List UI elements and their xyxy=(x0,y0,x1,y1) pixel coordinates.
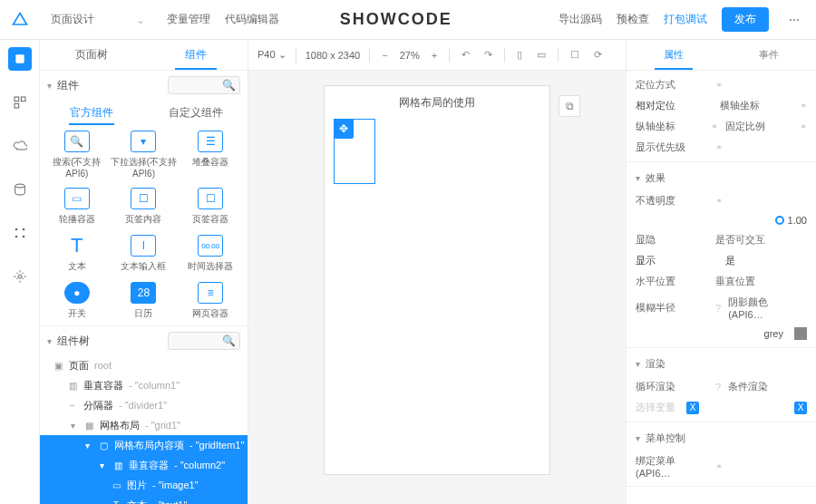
zoom-in-icon[interactable]: + xyxy=(429,50,440,61)
precheck-link[interactable]: 预检查 xyxy=(617,12,649,27)
redo-icon[interactable]: ↷ xyxy=(481,49,495,61)
undo-icon[interactable]: ↶ xyxy=(459,49,472,61)
canvas-area[interactable]: 网格布局的使用 ✥ ⧉ xyxy=(248,71,626,504)
comp-web[interactable]: ≡网页容器 xyxy=(177,282,244,320)
svg-rect-1 xyxy=(15,97,19,102)
rail-layers-icon[interactable] xyxy=(8,47,32,71)
comp-search[interactable]: 🔍搜索(不支持API6) xyxy=(44,131,111,179)
comp-switch[interactable]: ●开关 xyxy=(44,282,111,320)
rail-settings-icon[interactable] xyxy=(8,265,32,288)
pos-mode-val[interactable]: 相对定位 xyxy=(636,99,713,112)
variable-mgmt-link[interactable]: 变量管理 xyxy=(167,12,210,27)
move-handle-icon[interactable]: ✥ xyxy=(334,119,354,139)
caret-down-icon[interactable]: ▾ xyxy=(636,173,640,183)
subtab-custom[interactable]: 自定义组件 xyxy=(144,100,248,125)
link-icon[interactable]: ⚭ xyxy=(800,101,807,111)
caret-icon: ▾ xyxy=(96,460,107,470)
comp-select[interactable]: ▾下拉选择(不支持API6) xyxy=(111,131,178,179)
x-coord-lbl: 横轴坐标 xyxy=(720,99,792,112)
text-icon: T xyxy=(111,500,121,505)
layout-icon[interactable]: ☐ xyxy=(568,49,582,61)
svg-point-9 xyxy=(18,275,22,278)
comp-tabs[interactable]: ☐页签容器 xyxy=(177,188,244,226)
group-menu: ▾菜单控制 绑定菜单(API6…⚭ xyxy=(627,422,816,487)
tree-row[interactable]: T文本- "text1" xyxy=(40,495,248,504)
interact-val[interactable]: 是 xyxy=(725,254,808,267)
link-icon[interactable]: ⚭ xyxy=(711,121,718,131)
caret-down-icon[interactable]: ▾ xyxy=(47,81,52,91)
help-icon[interactable]: ? xyxy=(715,382,721,393)
comp-carousel[interactable]: ▭轮播容器 xyxy=(44,188,111,226)
comp-textinput[interactable]: I文本输入框 xyxy=(111,235,178,273)
subtab-official[interactable]: 官方组件 xyxy=(40,100,144,125)
refresh-icon[interactable]: ⟳ xyxy=(591,49,605,61)
component-subtabs: 官方组件 自定义组件 xyxy=(40,100,248,125)
tree-search[interactable]: 🔍 xyxy=(168,332,240,350)
tree-row[interactable]: ▾▢网格布局内容项- "gridItem1" xyxy=(40,435,248,455)
search-icon: 🔍 xyxy=(222,79,236,92)
loop-placeholder[interactable]: 选择变量 xyxy=(636,401,675,414)
tree-row[interactable]: ▾▥垂直容器- "column2" xyxy=(40,455,248,475)
tree-row[interactable]: ▣页面root xyxy=(40,355,248,375)
link-icon[interactable]: ⚭ xyxy=(800,121,807,131)
caret-down-icon[interactable]: ▾ xyxy=(636,433,640,443)
tree-row[interactable]: ▥垂直容器- "column1" xyxy=(40,375,248,395)
tab-components[interactable]: 组件 xyxy=(144,40,248,70)
comp-timepicker[interactable]: 00:00时间选择器 xyxy=(177,235,244,273)
publish-button[interactable]: 发布 xyxy=(722,7,769,32)
visibility-val[interactable]: 显示 xyxy=(636,254,718,267)
comp-calendar[interactable]: 28日历 xyxy=(111,282,178,320)
topbar-right: 导出源码 预检查 打包调试 发布 ⋯ xyxy=(559,7,805,32)
comp-stack[interactable]: ☰堆叠容器 xyxy=(177,131,244,179)
svg-point-5 xyxy=(15,228,17,231)
chevron-down-icon: ⌄ xyxy=(136,14,145,26)
export-source-link[interactable]: 导出源码 xyxy=(559,12,602,27)
hpos-lbl: 水平位置 xyxy=(636,275,708,288)
opacity-slider[interactable] xyxy=(775,216,784,225)
package-debug-link[interactable]: 打包调试 xyxy=(664,12,707,27)
caret-down-icon[interactable]: ▾ xyxy=(636,359,640,369)
zoom-value: 27% xyxy=(400,50,420,61)
rail-apps-icon[interactable] xyxy=(8,221,32,245)
tree-row[interactable]: −分隔器- "divider1" xyxy=(40,395,248,415)
caret-down-icon[interactable]: ▾ xyxy=(47,336,52,346)
side-rail xyxy=(0,40,40,504)
column-icon: ▥ xyxy=(67,381,78,391)
tree-row[interactable]: ▭图片- "image1" xyxy=(40,475,248,495)
more-icon[interactable]: ⋯ xyxy=(783,14,805,26)
orient-portrait-icon[interactable]: ▯ xyxy=(514,49,525,61)
comp-tabcontent[interactable]: ☐页签内容 xyxy=(111,188,178,226)
device-select[interactable]: P40 ⌄ xyxy=(257,49,287,61)
canvas-wrap: P40 ⌄ 1080 x 2340 − 27% + ↶ ↷ ▯ ▭ ☐ ⟳ 网格… xyxy=(248,40,626,504)
rail-template-icon[interactable] xyxy=(8,91,32,114)
clear-icon[interactable]: X xyxy=(794,402,807,414)
link-icon[interactable]: ⚭ xyxy=(715,461,723,471)
clear-icon[interactable]: X xyxy=(686,402,699,414)
color-swatch[interactable] xyxy=(794,327,807,340)
zoom-out-icon[interactable]: − xyxy=(379,50,390,61)
code-editor-link[interactable]: 代码编辑器 xyxy=(225,12,279,27)
svg-point-8 xyxy=(22,236,24,238)
link-icon[interactable]: ⚭ xyxy=(715,196,723,206)
shadow-val[interactable]: grey xyxy=(764,328,783,339)
help-icon[interactable]: ? xyxy=(715,303,721,314)
page-design-dropdown[interactable]: 页面设计 ⌄ xyxy=(44,10,152,29)
orient-landscape-icon[interactable]: ▭ xyxy=(534,49,549,61)
component-search[interactable]: 🔍 xyxy=(168,76,240,94)
link-icon[interactable]: ⚭ xyxy=(715,80,723,90)
copy-icon[interactable]: ⧉ xyxy=(559,95,580,117)
render-title: 渲染 xyxy=(646,357,665,371)
tab-attributes[interactable]: 属性 xyxy=(627,40,722,70)
y-coord-lbl: 纵轴坐标 xyxy=(636,120,704,133)
rail-data-icon[interactable] xyxy=(8,178,32,201)
tab-events[interactable]: 事件 xyxy=(722,40,817,70)
opacity-val[interactable]: 1.00 xyxy=(788,215,807,226)
page-title: 网格布局的使用 xyxy=(325,86,549,120)
comp-text[interactable]: T文本 xyxy=(44,235,111,273)
tree-row[interactable]: ▾▦网格布局- "grid1" xyxy=(40,415,248,435)
link-icon[interactable]: ⚭ xyxy=(715,142,723,152)
canvas-toolbar: P40 ⌄ 1080 x 2340 − 27% + ↶ ↷ ▯ ▭ ☐ ⟳ xyxy=(248,40,626,71)
component-grid: 🔍搜索(不支持API6) ▾下拉选择(不支持API6) ☰堆叠容器 ▭轮播容器 … xyxy=(40,125,248,325)
tab-page-tree[interactable]: 页面树 xyxy=(40,40,144,70)
rail-cloud-icon[interactable] xyxy=(8,134,32,158)
